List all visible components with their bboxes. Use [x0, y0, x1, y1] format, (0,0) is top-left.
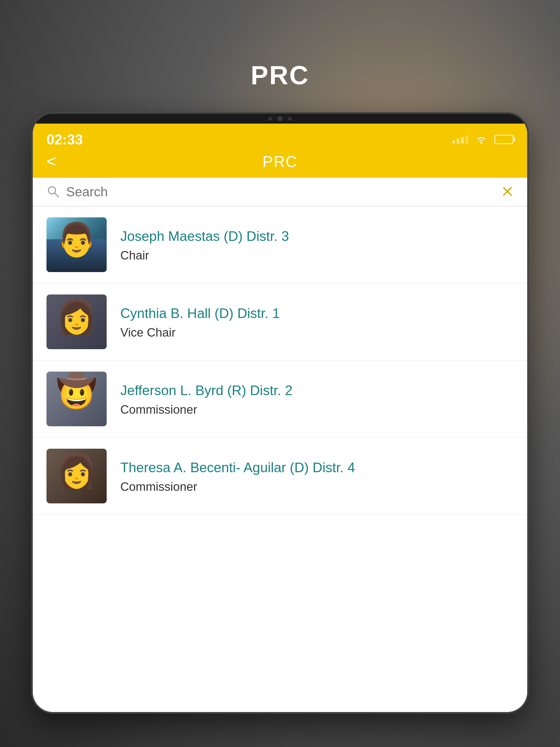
member-info: Cynthia B. Hall (D) Distr. 1Vice Chair: [120, 305, 513, 339]
list-item[interactable]: Joseph Maestas (D) Distr. 3Chair: [33, 206, 527, 284]
screen: 02:33: [33, 124, 527, 712]
clear-icon[interactable]: [502, 185, 513, 199]
member-role: Commissioner: [120, 403, 513, 416]
camera-lens: [278, 116, 282, 121]
status-time: 02:33: [47, 131, 83, 148]
list-item[interactable]: Jefferson L. Byrd (R) Distr. 2Commission…: [33, 361, 527, 438]
avatar: [47, 371, 107, 426]
member-name: Theresa A. Becenti- Aguilar (D) Distr. 4: [120, 459, 513, 476]
status-bar: 02:33: [33, 124, 527, 150]
member-name: Cynthia B. Hall (D) Distr. 1: [120, 305, 513, 323]
avatar: [47, 294, 107, 349]
svg-line-2: [55, 193, 58, 197]
signal-icon: [452, 135, 468, 144]
member-info: Joseph Maestas (D) Distr. 3Chair: [120, 228, 513, 262]
tablet-frame: 02:33: [31, 112, 529, 714]
member-role: Vice Chair: [120, 326, 513, 339]
member-info: Jefferson L. Byrd (R) Distr. 2Commission…: [120, 382, 513, 416]
camera-dot-2: [288, 117, 292, 121]
member-name: Joseph Maestas (D) Distr. 3: [120, 228, 513, 245]
search-bar[interactable]: [33, 178, 527, 206]
nav-bar: < PRC: [33, 150, 527, 178]
member-info: Theresa A. Becenti- Aguilar (D) Distr. 4…: [120, 459, 513, 493]
camera-dot: [268, 117, 272, 121]
member-name: Jefferson L. Byrd (R) Distr. 2: [120, 382, 513, 400]
list-item[interactable]: Theresa A. Becenti- Aguilar (D) Distr. 4…: [33, 438, 527, 515]
search-icon: [47, 185, 59, 199]
avatar: [47, 449, 107, 504]
status-icons: [452, 134, 513, 145]
member-role: Chair: [120, 249, 513, 262]
tablet-top-bar: [33, 114, 527, 124]
wifi-icon: [475, 134, 488, 145]
member-role: Commissioner: [120, 480, 513, 493]
member-list: Joseph Maestas (D) Distr. 3ChairCynthia …: [33, 206, 527, 712]
avatar: [47, 217, 107, 272]
nav-title: PRC: [262, 152, 298, 171]
battery-icon: [494, 135, 513, 144]
list-item[interactable]: Cynthia B. Hall (D) Distr. 1Vice Chair: [33, 284, 527, 361]
back-button[interactable]: <: [47, 153, 56, 170]
svg-point-0: [480, 142, 482, 144]
search-input[interactable]: [66, 184, 502, 199]
page-title: PRC: [251, 60, 309, 90]
app-header: 02:33: [33, 124, 527, 178]
